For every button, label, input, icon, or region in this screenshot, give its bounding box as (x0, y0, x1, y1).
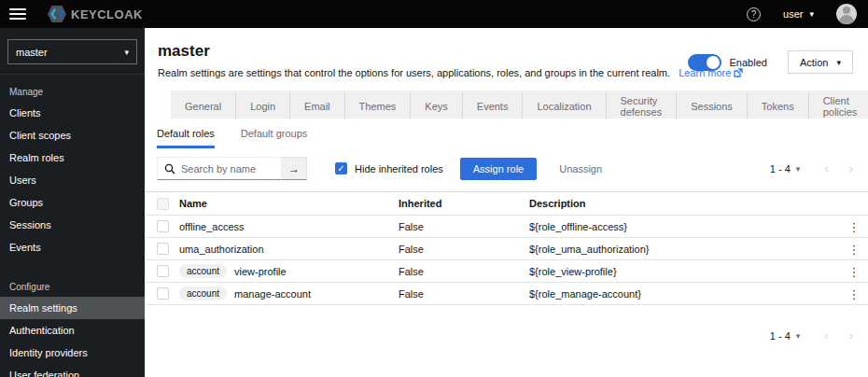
table-row-offline-access: offline_accessFalse${role_offline-access… (145, 216, 868, 238)
pagination-range-dropdown[interactable]: 1 - 4 ▾ (770, 330, 801, 342)
pagination-next-icon[interactable]: › (849, 161, 853, 175)
unassign-button: Unassign (559, 163, 602, 175)
user-registration-subtabs: Default rolesDefault groups (145, 119, 868, 148)
chevron-down-icon: ▾ (809, 9, 814, 19)
kebab-menu-icon[interactable]: ⋮ (848, 220, 861, 234)
role-inherited: False (399, 221, 529, 232)
enabled-toggle[interactable] (688, 54, 721, 71)
hide-inherited-checkbox[interactable]: ✓ (335, 162, 347, 175)
table-row-manage-account: accountmanage-accountFalse${role_manage-… (145, 283, 868, 305)
sidebar-item-identity-providers[interactable]: Identity providers (0, 342, 145, 364)
sidebar-item-groups[interactable]: Groups (0, 191, 145, 214)
role-description: ${role_manage-account} (529, 288, 840, 300)
sidebar-item-realm-roles[interactable]: Realm roles (0, 147, 145, 169)
kebab-menu-icon[interactable]: ⋮ (848, 265, 861, 279)
avatar[interactable] (836, 4, 857, 24)
column-header-inherited: Inherited (399, 198, 529, 209)
sidebar-item-sessions[interactable]: Sessions (0, 214, 145, 236)
chevron-down-icon: ▾ (796, 331, 801, 341)
tab-keys[interactable]: Keys (411, 91, 462, 119)
subtab-default-roles[interactable]: Default roles (157, 128, 215, 148)
subtab-default-groups[interactable]: Default groups (241, 128, 308, 148)
pagination-prev-icon[interactable]: ‹ (824, 161, 828, 175)
role-description: ${role_uma_authorization} (529, 244, 840, 255)
role-name: accountview-profile (179, 264, 399, 278)
sidebar-item-events[interactable]: Events (0, 236, 145, 258)
hamburger-menu-icon[interactable] (9, 8, 26, 20)
role-inherited: False (399, 266, 529, 277)
sidebar-item-client-scopes[interactable]: Client scopes (0, 124, 145, 147)
action-dropdown-button[interactable]: Action ▾ (788, 50, 853, 74)
chevron-down-icon: ▾ (836, 58, 841, 67)
chevron-down-icon: ▾ (124, 48, 129, 57)
tab-tokens[interactable]: Tokens (748, 91, 809, 119)
select-all-checkbox[interactable] (157, 198, 169, 210)
row-checkbox-view-profile[interactable] (157, 265, 169, 277)
tab-login[interactable]: Login (236, 91, 290, 119)
keycloak-logo-icon (47, 5, 67, 23)
sidebar-item-clients[interactable]: Clients (0, 102, 145, 124)
table-header-row: Name Inherited Description (145, 191, 868, 216)
enabled-toggle-label: Enabled (730, 57, 767, 68)
pagination-prev-icon[interactable]: ‹ (824, 328, 828, 342)
role-description: ${role_view-profile} (529, 266, 840, 277)
tab-client-policies[interactable]: Client policies (809, 91, 868, 119)
pagination-bottom: 1 - 4 ▾ ‹ › (145, 305, 868, 342)
realm-settings-tabs: GeneralLoginEmailThemesKeysEventsLocaliz… (171, 91, 868, 119)
tab-events[interactable]: Events (463, 91, 524, 119)
column-header-name: Name (179, 198, 399, 209)
tab-themes[interactable]: Themes (345, 91, 412, 119)
search-submit-button[interactable]: → (282, 157, 307, 180)
hide-inherited-label: Hide inherited roles (355, 163, 443, 175)
client-badge: account (179, 264, 227, 278)
tab-localization[interactable]: Localization (523, 91, 606, 119)
sidebar-item-users[interactable]: Users (0, 169, 145, 191)
tab-email[interactable]: Email (290, 91, 345, 119)
tab-general[interactable]: General (171, 91, 236, 119)
brand-text: KEYCLOAK (71, 7, 143, 21)
row-checkbox-uma-authorization[interactable] (157, 243, 169, 255)
realm-header: master Realm settings are settings that … (145, 28, 868, 78)
sidebar-item-realm-settings[interactable]: Realm settings (0, 297, 145, 319)
realm-description-text: Realm settings are settings that control… (158, 67, 670, 78)
table-row-view-profile: accountview-profileFalse${role_view-prof… (145, 260, 868, 283)
tab-security-defenses[interactable]: Security defenses (607, 91, 678, 119)
pagination-top: 1 - 4 ▾ ‹ › (770, 161, 853, 175)
assign-role-button[interactable]: Assign role (460, 158, 537, 180)
search-input[interactable]: Search by name (157, 157, 282, 180)
table-row-uma-authorization: uma_authorizationFalse${role_uma_authori… (145, 238, 868, 260)
role-inherited: False (399, 244, 529, 255)
role-name: accountmanage-account (179, 286, 399, 300)
kebab-menu-icon[interactable]: ⋮ (848, 243, 861, 257)
role-inherited: False (399, 288, 529, 300)
nav-section-label-configure: Configure (0, 275, 145, 297)
role-name: offline_access (179, 221, 399, 232)
search-placeholder: Search by name (181, 163, 256, 175)
realm-selector-value: master (16, 47, 48, 58)
search-icon (164, 163, 175, 175)
chevron-down-icon: ▾ (796, 164, 801, 174)
sidebar-divider (0, 74, 145, 75)
pagination-next-icon[interactable]: › (849, 328, 853, 342)
sidebar-nav: master ▾ ManageClientsClient scopesRealm… (0, 28, 145, 377)
role-name: uma_authorization (179, 244, 399, 255)
roles-table: Name Inherited Description offline_acces… (145, 191, 868, 305)
tab-sessions[interactable]: Sessions (677, 91, 748, 119)
role-description: ${role_offline-access} (529, 221, 840, 232)
sidebar-item-user-federation[interactable]: User federation (0, 364, 145, 377)
client-badge: account (179, 286, 227, 300)
row-checkbox-manage-account[interactable] (157, 287, 169, 300)
main-content: master Realm settings are settings that … (145, 28, 868, 377)
help-icon[interactable]: ? (747, 7, 761, 21)
user-menu[interactable]: user ▾ (783, 8, 814, 20)
pagination-range-dropdown[interactable]: 1 - 4 ▾ (770, 163, 801, 175)
realm-selector[interactable]: master ▾ (7, 39, 137, 64)
row-checkbox-offline-access[interactable] (157, 220, 169, 232)
keycloak-logo[interactable]: KEYCLOAK (47, 5, 143, 23)
nav-section-label-manage: Manage (0, 80, 145, 102)
column-header-description: Description (529, 198, 840, 209)
top-bar: KEYCLOAK ? user ▾ (0, 0, 868, 28)
roles-toolbar: Search by name → ✓ Hide inherited roles … (145, 148, 868, 188)
sidebar-item-authentication[interactable]: Authentication (0, 319, 145, 342)
kebab-menu-icon[interactable]: ⋮ (848, 287, 861, 301)
